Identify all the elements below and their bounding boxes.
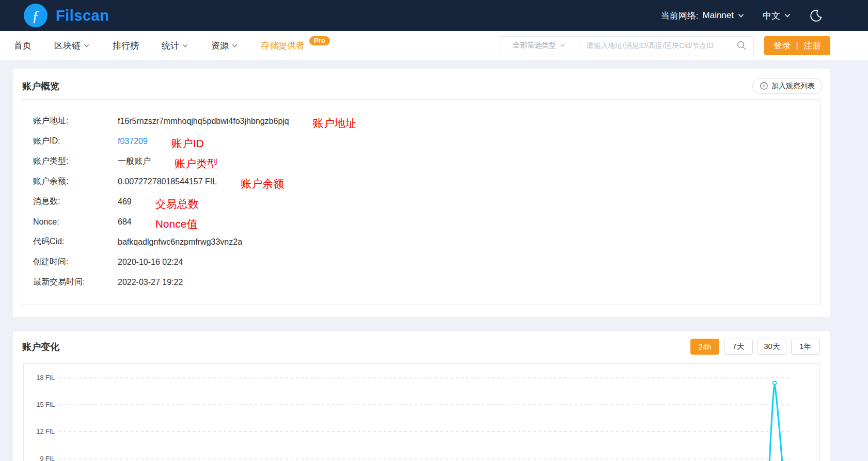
account-overview-card: 账户概览 加入观察列表 账户地址: f16r5rnzszr7mmhoqjhq5p… [13, 69, 830, 317]
row-label: 账户类型: [22, 156, 118, 167]
overview-header: 账户概览 加入观察列表 [13, 69, 830, 94]
filecoin-logo-icon: ƒ [24, 4, 48, 27]
range-button-24h[interactable]: 24h [690, 339, 719, 355]
menu-item-home[interactable]: 首页 [14, 40, 31, 52]
row-account-address: 账户地址: f16r5rnzszr7mmhoqjhq5pdbwi4fo3jhbn… [22, 111, 820, 131]
red-annotation: 账户余额 [241, 177, 284, 191]
row-label: 最新交易时间: [22, 277, 118, 288]
red-annotation: 账户地址 [313, 116, 356, 131]
menu-label: 排行榜 [113, 40, 139, 52]
row-nonce: Nonce: 684 Nonce值 [22, 212, 820, 232]
main-content: 账户概览 加入观察列表 账户地址: f16r5rnzszr7mmhoqjhq5p… [0, 60, 868, 461]
row-account-balance: 账户余额: 0.00727278018544157 FIL 账户余额 [22, 171, 820, 192]
code-cid-value: bafkqadlgnfwc6nzpmfrwg33vnz2a [118, 237, 242, 247]
logo-glyph: ƒ [32, 7, 40, 24]
network-selector[interactable]: 当前网络: Mainnet [661, 10, 744, 22]
menu-label: 首页 [14, 40, 31, 52]
network-value: Mainnet [703, 10, 734, 21]
row-label: Nonce: [22, 217, 118, 227]
search-icon[interactable] [736, 40, 747, 51]
register-label: 注册 [803, 40, 821, 52]
account-balance-value: 0.00727278018544157 FIL [118, 177, 217, 186]
search-input[interactable] [579, 41, 736, 50]
red-annotation: 账户类型 [175, 156, 218, 171]
account-type-value: 一般账户 [118, 156, 151, 167]
menu-label: 统计 [162, 40, 179, 52]
account-address-value: f16r5rnzszr7mmhoqjhq5pdbwi4fo3jhbngzb6pj… [118, 117, 289, 126]
account-change-header: 账户变化 24h 7天 30天 1年 [13, 331, 830, 355]
nonce-value: 684 [118, 217, 132, 227]
menu-item-resources[interactable]: 资源 [211, 40, 238, 52]
dark-mode-toggle[interactable] [809, 9, 823, 22]
menu-item-storage-provider[interactable]: 存储提供者 Pro [261, 40, 330, 52]
menu-label: 区块链 [54, 40, 81, 52]
chevron-down-icon [232, 43, 238, 49]
add-watchlist-button[interactable]: 加入观察列表 [752, 78, 823, 94]
row-label: 账户地址: [22, 116, 118, 126]
range-button-30d[interactable]: 30天 [757, 339, 786, 355]
network-label: 当前网络: [661, 10, 699, 22]
plus-circle-icon [760, 82, 768, 90]
svg-text:12 FIL: 12 FIL [37, 428, 55, 435]
svg-text:9 FIL: 9 FIL [40, 455, 55, 461]
row-label: 创建时间: [22, 257, 118, 267]
time-range-group: 24h 7天 30天 1年 [690, 339, 820, 355]
range-button-1y[interactable]: 1年 [791, 339, 820, 355]
message-count-value: 469 [118, 197, 132, 206]
brand-name: Filscan [56, 7, 109, 24]
row-label: 账户余额: [22, 176, 118, 187]
red-annotation: 账户ID [171, 136, 204, 151]
login-register-button[interactable]: 登录 | 注册 [764, 36, 830, 55]
language-label: 中文 [763, 10, 780, 22]
created-time-value: 2020-10-16 02:24 [118, 258, 183, 267]
menu-item-statistics[interactable]: 统计 [162, 40, 188, 52]
row-message-count: 消息数: 469 交易总数 [22, 192, 820, 212]
moon-icon [809, 9, 823, 22]
menu-label: 资源 [211, 40, 229, 52]
menu-item-blockchain[interactable]: 区块链 [54, 40, 90, 52]
menu-right: 全部筛选类型 登录 | 注册 [500, 36, 830, 55]
menu-label: 存储提供者 [261, 40, 305, 52]
chevron-down-icon [84, 43, 90, 49]
menu-item-ranking[interactable]: 排行榜 [113, 40, 139, 52]
overview-title: 账户概览 [22, 80, 59, 92]
watchlist-label: 加入观察列表 [771, 82, 815, 91]
topbar-right: 当前网络: Mainnet 中文 [661, 9, 823, 22]
range-button-7d[interactable]: 7天 [724, 339, 753, 355]
row-label: 代码Cid: [22, 236, 118, 247]
chevron-down-icon [560, 42, 566, 49]
row-code-cid: 代码Cid: bafkqadlgnfwc6nzpmfrwg33vnz2a [22, 232, 820, 252]
top-navbar: ƒ Filscan 当前网络: Mainnet 中文 [0, 0, 868, 31]
menu-items: 首页 区块链 排行榜 统计 资源 存储提供者 Pro [14, 40, 330, 52]
row-account-id: 账户ID: f037209 账户ID [22, 131, 820, 151]
filscan-logo[interactable]: ƒ Filscan [24, 4, 109, 27]
account-change-card: 账户变化 24h 7天 30天 1年 18 FIL 15 FIL 12 FIL … [13, 331, 830, 461]
chevron-down-icon [182, 43, 188, 49]
search-filter-select[interactable]: 全部筛选类型 [500, 41, 579, 50]
language-selector[interactable]: 中文 [763, 10, 791, 22]
chevron-down-icon [738, 12, 744, 19]
balance-chart-area: 18 FIL 15 FIL 12 FIL 9 FIL [23, 363, 820, 461]
login-label: 登录 [774, 40, 791, 52]
pro-badge: Pro [309, 36, 330, 45]
red-annotation: Nonce值 [155, 217, 198, 231]
account-id-link[interactable]: f037209 [118, 137, 148, 146]
svg-text:15 FIL: 15 FIL [37, 401, 55, 408]
row-account-type: 账户类型: 一般账户 账户类型 [22, 151, 820, 171]
auth-separator: | [796, 40, 798, 51]
global-search: 全部筛选类型 [500, 36, 754, 55]
row-created-time: 创建时间: 2020-10-16 02:24 [22, 252, 820, 272]
overview-info-box: 账户地址: f16r5rnzszr7mmhoqjhq5pdbwi4fo3jhbn… [22, 99, 821, 305]
red-annotation: 交易总数 [155, 197, 199, 211]
row-latest-tx-time: 最新交易时间: 2022-03-27 19:22 [22, 272, 820, 292]
latest-tx-time-value: 2022-03-27 19:22 [118, 278, 183, 287]
chevron-down-icon [784, 12, 791, 19]
svg-text:18 FIL: 18 FIL [37, 374, 55, 381]
search-filter-label: 全部筛选类型 [513, 41, 556, 50]
row-label: 消息数: [22, 196, 118, 207]
account-change-title: 账户变化 [22, 341, 59, 353]
row-label: 账户ID: [22, 136, 118, 147]
menu-bar: 首页 区块链 排行榜 统计 资源 存储提供者 Pro [0, 31, 868, 60]
balance-line-chart: 18 FIL 15 FIL 12 FIL 9 FIL [24, 364, 820, 461]
